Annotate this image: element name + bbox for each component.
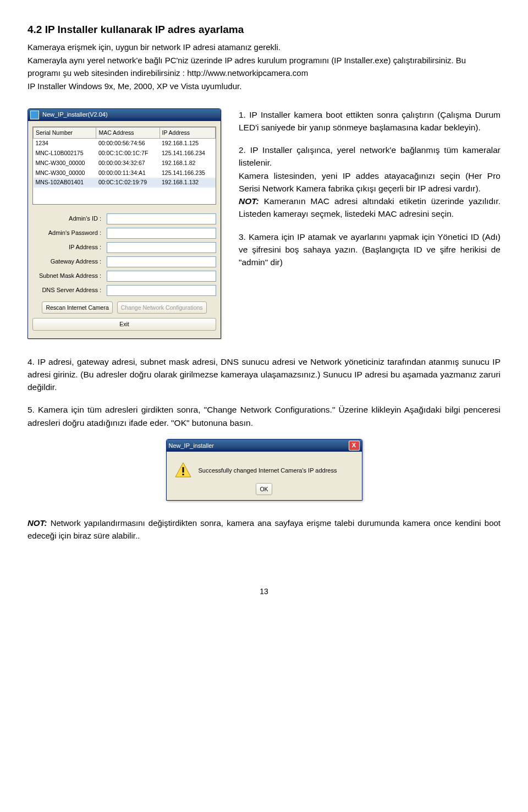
- label-admin-id: Admin's ID :: [32, 214, 107, 223]
- step-5: 5. Kamera için tüm adresleri girdikten s…: [28, 403, 501, 429]
- row-gateway: Gateway Address :: [32, 256, 216, 267]
- page-number: 13: [28, 586, 501, 597]
- row-admin-id: Admin's ID :: [32, 213, 216, 224]
- label-dns: DNS Server Address :: [32, 286, 107, 295]
- installer-titlebar: New_IP_installer(V2.04): [28, 109, 221, 121]
- change-config-button[interactable]: Change Network Configurations: [117, 301, 207, 314]
- input-admin-id[interactable]: [107, 213, 216, 224]
- success-dialog: New_IP_installer X Successfully changed …: [166, 439, 362, 501]
- installer-app-icon: [30, 111, 39, 119]
- section-title: 4.2 IP Installer kullanarak IP adres aya…: [28, 22, 501, 38]
- step-2a: 2. IP Installer çalışınca, yerel network…: [239, 145, 501, 167]
- input-subnet[interactable]: [107, 271, 216, 282]
- section-number: 4.2: [28, 24, 42, 35]
- intro-line-3: IP Installer Windows 9x, Me, 2000, XP ve…: [28, 80, 501, 93]
- table-row[interactable]: 1234 00:00:00:56:74:56 192.168.1.125: [34, 139, 216, 149]
- cell-ip: 192.168.1.82: [160, 158, 216, 168]
- instructions-right: 1. IP Installer kamera boot ettikten son…: [239, 108, 501, 339]
- step-2b: Kamera listesinden, yeni IP addes atayac…: [239, 171, 501, 193]
- step-3: 3. Kamera için IP atamak ve ayarlarını y…: [239, 231, 501, 269]
- footer-note: NOT: Network yapılandırmasını değiştirdi…: [28, 517, 501, 542]
- step-4: 4. IP adresi, gateway adresi, subnet mas…: [28, 355, 501, 394]
- row-admin-pw: Admin's Password :: [32, 228, 216, 239]
- cell-ip: 125.141.166.234: [160, 149, 216, 158]
- section-heading: IP Installer kullanarak IP adres ayarlam…: [45, 24, 244, 35]
- step-2c: Kameranın MAC adresi altındaki etiketin …: [239, 196, 501, 218]
- input-admin-pw[interactable]: [107, 228, 216, 239]
- cell-sn: MNC-L10B002175: [34, 149, 96, 158]
- cell-ip: 192.168.1.125: [160, 139, 216, 149]
- cell-mac: 00:00:00:56:74:56: [96, 139, 160, 149]
- table-row[interactable]: MNC-L10B002175 00:0C:1C:00:1C:7F 125.141…: [34, 149, 216, 158]
- svg-rect-2: [182, 474, 184, 475]
- ok-button[interactable]: OK: [256, 483, 272, 495]
- dialog-title: New_IP_installer: [169, 441, 215, 451]
- row-ip: IP Address :: [32, 242, 216, 253]
- input-dns[interactable]: [107, 285, 216, 296]
- cell-sn: MNS-102AB01401: [34, 178, 96, 188]
- note-1-label: NOT:: [239, 196, 259, 206]
- cell-mac: 00:0C:1C:00:1C:7F: [96, 149, 160, 158]
- label-subnet: Subnet Mask Address :: [32, 271, 107, 281]
- cell-mac: 00:00:00:11:34:A1: [96, 168, 160, 178]
- installer-window: New_IP_installer(V2.04) Serial Number MA…: [28, 108, 221, 339]
- camera-table-wrap: Serial Number MAC Address IP Address 123…: [32, 127, 216, 205]
- intro-line-2: Kamerayla aynı yerel network'e bağlı PC'…: [28, 54, 501, 79]
- label-gateway: Gateway Address :: [32, 257, 107, 266]
- col-ip[interactable]: IP Address: [160, 127, 216, 139]
- note-2-label: NOT:: [28, 518, 47, 528]
- col-serial[interactable]: Serial Number: [34, 127, 96, 139]
- instructions-bottom: 4. IP adresi, gateway adresi, subnet mas…: [28, 355, 501, 429]
- rescan-button[interactable]: Rescan Internet Camera: [42, 301, 112, 314]
- cell-mac: 00:00:00:34:32:67: [96, 158, 160, 168]
- camera-table: Serial Number MAC Address IP Address 123…: [33, 127, 216, 188]
- close-icon[interactable]: X: [349, 441, 360, 451]
- installer-title: New_IP_installer(V2.04): [42, 110, 108, 119]
- step-2: 2. IP Installer çalışınca, yerel network…: [239, 144, 501, 221]
- dialog-titlebar: New_IP_installer X: [167, 440, 362, 452]
- intro-line-1: Kameraya erişmek için, uygun bir network…: [28, 41, 501, 54]
- warning-icon: [174, 462, 192, 479]
- step-1: 1. IP Installer kamera boot ettikten son…: [239, 108, 501, 134]
- label-admin-pw: Admin's Password :: [32, 228, 107, 238]
- table-row[interactable]: MNC-W300_00000 00:00:00:34:32:67 192.168…: [34, 158, 216, 168]
- input-ip[interactable]: [107, 242, 216, 253]
- label-ip: IP Address :: [32, 243, 107, 252]
- exit-button[interactable]: Exit: [32, 318, 216, 331]
- intro: Kameraya erişmek için, uygun bir network…: [28, 41, 501, 93]
- cell-sn: 1234: [34, 139, 96, 149]
- cell-sn: MNC-W300_00000: [34, 158, 96, 168]
- cell-ip: 125.141.166.235: [160, 168, 216, 178]
- footer-text: Network yapılandırmasını değiştirdikten …: [28, 518, 501, 540]
- svg-rect-1: [182, 467, 184, 473]
- input-gateway[interactable]: [107, 256, 216, 267]
- table-row[interactable]: MNS-102AB01401 00:0C:1C:02:19:79 192.168…: [34, 178, 216, 188]
- dialog-message: Successfully changed Internet Camera's I…: [199, 466, 337, 475]
- row-subnet: Subnet Mask Address :: [32, 271, 216, 282]
- table-row[interactable]: MNC-W300_00000 00:00:00:11:34:A1 125.141…: [34, 168, 216, 178]
- row-dns: DNS Server Address :: [32, 285, 216, 296]
- cell-mac: 00:0C:1C:02:19:79: [96, 178, 160, 188]
- cell-sn: MNC-W300_00000: [34, 168, 96, 178]
- cell-ip: 192.168.1.132: [160, 178, 216, 188]
- col-mac[interactable]: MAC Address: [96, 127, 160, 139]
